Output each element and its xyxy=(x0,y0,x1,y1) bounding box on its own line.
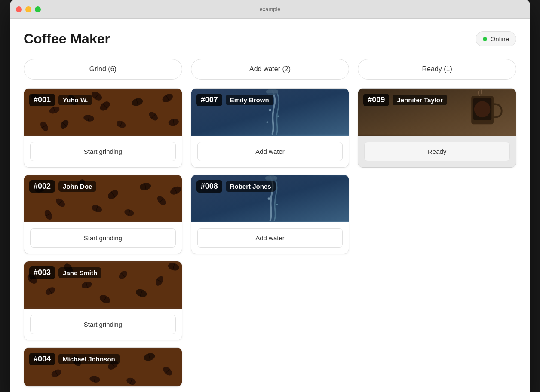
card-003-action: Start grinding xyxy=(24,309,182,340)
card-003-button[interactable]: Start grinding xyxy=(30,315,176,334)
card-009-name: Jennifer Taylor xyxy=(393,95,447,105)
card-001: #001 Yuho W. Start grinding xyxy=(24,88,182,168)
tab-ready[interactable]: Ready (1) xyxy=(358,59,516,80)
card-004-image: #004 Michael Johnson xyxy=(24,348,182,386)
card-008-number: #008 xyxy=(196,180,222,193)
card-007-image: #007 Emily Brown xyxy=(191,89,349,136)
card-007-number: #007 xyxy=(196,94,222,106)
card-009-action: Ready xyxy=(358,136,516,167)
column-tabs: Grind (6) Add water (2) Ready (1) xyxy=(24,59,516,80)
svg-point-87 xyxy=(269,109,271,111)
svg-point-89 xyxy=(266,121,268,123)
card-003-name: Jane Smith xyxy=(58,267,101,278)
status-label: Online xyxy=(491,35,509,43)
card-007: #007 Emily Brown Add water xyxy=(191,88,350,168)
card-002-action: Start grinding xyxy=(24,222,182,254)
svg-point-98 xyxy=(474,101,491,118)
maximize-button[interactable] xyxy=(35,6,41,12)
card-009-badge: #009 Jennifer Taylor xyxy=(363,94,447,106)
svg-point-94 xyxy=(276,204,278,205)
column-ready: #009 Jennifer Taylor Ready xyxy=(358,88,516,168)
titlebar-buttons xyxy=(16,6,41,12)
svg-rect-92 xyxy=(265,176,277,180)
card-001-action: Start grinding xyxy=(24,136,182,167)
card-001-image: #001 Yuho W. xyxy=(24,89,182,136)
card-009-button[interactable]: Ready xyxy=(364,142,510,161)
card-002-image: #002 John Doe xyxy=(24,175,182,222)
svg-point-93 xyxy=(267,197,270,200)
app-header: Coffee Maker Online xyxy=(24,31,516,47)
column-grind: #001 Yuho W. Start grinding xyxy=(24,88,182,387)
card-004-name: Michael Johnson xyxy=(58,354,120,364)
column-add-water: #007 Emily Brown Add water xyxy=(191,88,350,254)
card-004-badge: #004 Michael Johnson xyxy=(29,353,120,365)
card-001-badge: #001 Yuho W. xyxy=(29,94,92,106)
card-001-number: #001 xyxy=(29,94,55,106)
card-008: #008 Robert Jones Add water xyxy=(191,175,350,254)
app-window: example Coffee Maker Online Grind (6) Ad… xyxy=(10,0,530,392)
card-009-number: #009 xyxy=(363,94,389,106)
card-002-badge: #002 John Doe xyxy=(29,180,96,193)
close-button[interactable] xyxy=(16,6,22,12)
tab-grind[interactable]: Grind (6) xyxy=(24,59,182,80)
card-002: #002 John Doe Start grinding xyxy=(24,175,182,254)
card-008-name: Robert Jones xyxy=(226,181,276,192)
card-007-button[interactable]: Add water xyxy=(197,142,343,161)
card-008-action: Add water xyxy=(191,222,349,254)
card-002-name: John Doe xyxy=(58,181,96,192)
status-dot xyxy=(483,37,487,41)
card-009-image: #009 Jennifer Taylor xyxy=(358,89,516,136)
card-004-number: #004 xyxy=(29,353,55,365)
card-008-badge: #008 Robert Jones xyxy=(196,180,276,193)
card-007-name: Emily Brown xyxy=(226,95,273,105)
svg-rect-86 xyxy=(266,90,278,93)
app-content: Coffee Maker Online Grind (6) Add water … xyxy=(10,19,530,392)
card-008-button[interactable]: Add water xyxy=(197,228,343,248)
page-title: Coffee Maker xyxy=(24,31,110,47)
minimize-button[interactable] xyxy=(25,6,31,12)
card-008-image: #008 Robert Jones xyxy=(191,175,349,222)
window-title: example xyxy=(259,6,280,12)
card-002-number: #002 xyxy=(29,180,55,193)
card-002-button[interactable]: Start grinding xyxy=(30,228,176,248)
card-001-name: Yuho W. xyxy=(58,95,92,105)
card-003-badge: #003 Jane Smith xyxy=(29,266,101,279)
card-007-action: Add water xyxy=(191,136,349,167)
card-003-number: #003 xyxy=(29,266,55,279)
card-001-button[interactable]: Start grinding xyxy=(30,142,176,161)
card-003-image: #003 Jane Smith xyxy=(24,261,182,309)
status-badge: Online xyxy=(476,31,516,46)
card-003: #003 Jane Smith Start grinding xyxy=(24,261,182,340)
card-007-badge: #007 Emily Brown xyxy=(196,94,273,106)
card-004: #004 Michael Johnson xyxy=(24,347,182,387)
titlebar: example xyxy=(10,0,530,19)
tab-add-water[interactable]: Add water (2) xyxy=(191,59,350,80)
columns-body: #001 Yuho W. Start grinding xyxy=(24,88,516,387)
svg-point-88 xyxy=(277,116,279,117)
card-009: #009 Jennifer Taylor Ready xyxy=(358,88,516,168)
